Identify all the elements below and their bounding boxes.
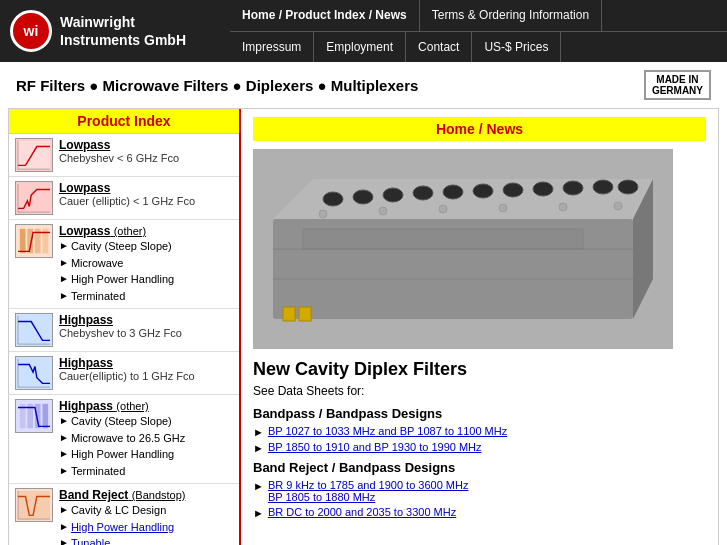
news-subtitle: See Data Sheets for: (253, 384, 706, 398)
svg-point-33 (413, 186, 433, 200)
highpass3-title[interactable]: Highpass (other) (59, 399, 233, 413)
svg-point-37 (533, 182, 553, 196)
sidebar-item-highpass3[interactable]: Highpass (other) ►Cavity (Steep Slope) ►… (9, 395, 239, 484)
nav-home-product-news[interactable]: Home / Product Index / News (230, 0, 420, 31)
lowpass1-subtitle: Chebyshev < 6 GHz Fco (59, 152, 233, 164)
nav-terms-ordering[interactable]: Terms & Ordering Information (420, 0, 602, 31)
lowpass2-subtitle: Cauer (elliptic) < 1 GHz Fco (59, 195, 233, 207)
svg-point-38 (563, 181, 583, 195)
sidebar-item-bandreject[interactable]: Band Reject (Bandstop) ►Cavity & LC Desi… (9, 484, 239, 545)
lowpass2-graph (15, 181, 53, 215)
svg-rect-49 (283, 307, 295, 321)
nav-row-top: Home / Product Index / News Terms & Orde… (230, 0, 727, 32)
highpass1-title[interactable]: Highpass (59, 313, 233, 327)
svg-rect-8 (20, 229, 26, 253)
svg-point-32 (383, 188, 403, 202)
logo-area: wi Wainwright Instruments GmbH (0, 0, 230, 62)
nav-impressum[interactable]: Impressum (230, 32, 314, 63)
tunable-link[interactable]: Tunable (71, 535, 110, 545)
svg-rect-51 (303, 229, 583, 249)
product-image (253, 149, 673, 349)
header: wi Wainwright Instruments GmbH Home / Pr… (0, 0, 727, 62)
svg-point-43 (439, 205, 447, 213)
nav-area: Home / Product Index / News Terms & Orde… (230, 0, 727, 62)
lowpass3-title[interactable]: Lowpass (other) (59, 224, 233, 238)
news-title: New Cavity Diplex Filters (253, 359, 706, 380)
br2-link[interactable]: BR DC to 2000 and 2035 to 3300 MHz (268, 506, 456, 518)
svg-point-31 (353, 190, 373, 204)
content-area: Home / News (241, 109, 718, 545)
lowpass3-subitems: ►Cavity (Steep Slope) ►Microwave ►High P… (59, 238, 233, 304)
sidebar-item-highpass2[interactable]: Highpass Cauer(elliptic) to 1 GHz Fco (9, 352, 239, 395)
lowpass3-graph (15, 224, 53, 258)
nav-row-bottom: Impressum Employment Contact US-$ Prices (230, 32, 727, 63)
highpass3-content: Highpass (other) ►Cavity (Steep Slope) ►… (59, 399, 233, 479)
svg-rect-15 (16, 357, 52, 389)
highpass2-subtitle: Cauer(elliptic) to 1 GHz Fco (59, 370, 233, 382)
highpass2-title[interactable]: Highpass (59, 356, 233, 370)
sidebar-item-highpass1[interactable]: Highpass Chebyshev to 3 GHz Fco (9, 309, 239, 352)
link-item-bp1: ► BP 1027 to 1033 MHz and BP 1087 to 110… (253, 425, 706, 438)
arrow-icon-2: ► (253, 442, 264, 454)
arrow-icon-4: ► (253, 507, 264, 519)
nav-contact[interactable]: Contact (406, 32, 472, 63)
bp2-link[interactable]: BP 1850 to 1910 and BP 1930 to 1990 MHz (268, 441, 482, 453)
lowpass1-content: Lowpass Chebyshev < 6 GHz Fco (59, 138, 233, 164)
svg-point-42 (379, 207, 387, 215)
bandreject-graph (15, 488, 53, 522)
svg-point-36 (503, 183, 523, 197)
sidebar-item-lowpass2[interactable]: Lowpass Cauer (elliptic) < 1 GHz Fco (9, 177, 239, 220)
lowpass2-title[interactable]: Lowpass (59, 181, 233, 195)
svg-point-34 (443, 185, 463, 199)
sidebar-item-lowpass1[interactable]: Lowpass Chebyshev < 6 GHz Fco (9, 134, 239, 177)
logo-initials: wi (24, 23, 39, 39)
section1-title: Bandpass / Bandpass Designs (253, 406, 706, 421)
tagline-text: RF Filters ● Microwave Filters ● Diplexe… (16, 77, 418, 94)
svg-point-46 (614, 202, 622, 210)
highpass1-graph (15, 313, 53, 347)
tagline-bar: RF Filters ● Microwave Filters ● Diplexe… (0, 62, 727, 108)
bandreject-subitems: ►Cavity & LC Design ►High Power Handling… (59, 502, 233, 545)
highpass3-graph (15, 399, 53, 433)
made-in-germany-badge: MADE INGERMANY (644, 70, 711, 100)
svg-point-30 (323, 192, 343, 206)
logo-icon: wi (10, 10, 52, 52)
main-container: Product Index Lowpass Chebyshev < 6 GHz … (8, 108, 719, 545)
lowpass1-graph (15, 138, 53, 172)
svg-rect-4 (16, 182, 52, 214)
sidebar-item-lowpass3[interactable]: Lowpass (other) ►Cavity (Steep Slope) ►M… (9, 220, 239, 309)
arrow-icon-3: ► (253, 480, 264, 492)
svg-rect-22 (42, 404, 48, 428)
link-item-bp2: ► BP 1850 to 1910 and BP 1930 to 1990 MH… (253, 441, 706, 454)
highpass1-content: Highpass Chebyshev to 3 GHz Fco (59, 313, 233, 339)
bp1-link[interactable]: BP 1027 to 1033 MHz and BP 1087 to 1100 … (268, 425, 507, 437)
svg-point-39 (593, 180, 613, 194)
highpass2-graph (15, 356, 53, 390)
content-header: Home / News (253, 117, 706, 141)
company-name: Wainwright Instruments GmbH (60, 13, 186, 49)
bandreject-content: Band Reject (Bandstop) ►Cavity & LC Desi… (59, 488, 233, 545)
lowpass1-title[interactable]: Lowpass (59, 138, 233, 152)
svg-rect-50 (299, 307, 311, 321)
svg-point-40 (618, 180, 638, 194)
svg-point-44 (499, 204, 507, 212)
highpass1-subtitle: Chebyshev to 3 GHz Fco (59, 327, 233, 339)
link-item-br2: ► BR DC to 2000 and 2035 to 3300 MHz (253, 506, 706, 519)
nav-employment[interactable]: Employment (314, 32, 406, 63)
svg-rect-12 (16, 314, 52, 346)
high-power-link[interactable]: High Power Handling (71, 519, 174, 536)
nav-prices[interactable]: US-$ Prices (472, 32, 561, 63)
lowpass3-content: Lowpass (other) ►Cavity (Steep Slope) ►M… (59, 224, 233, 304)
svg-rect-24 (18, 491, 50, 519)
svg-point-35 (473, 184, 493, 198)
highpass2-content: Highpass Cauer(elliptic) to 1 GHz Fco (59, 356, 233, 382)
lowpass2-content: Lowpass Cauer (elliptic) < 1 GHz Fco (59, 181, 233, 207)
section2-title: Band Reject / Bandpass Designs (253, 460, 706, 475)
highpass3-subitems: ►Cavity (Steep Slope) ►Microwave to 26.5… (59, 413, 233, 479)
arrow-icon-1: ► (253, 426, 264, 438)
link-item-br1: ► BR 9 kHz to 1785 and 1900 to 3600 MHzB… (253, 479, 706, 503)
sidebar: Product Index Lowpass Chebyshev < 6 GHz … (9, 109, 241, 545)
sidebar-header: Product Index (9, 109, 239, 134)
br1-link[interactable]: BR 9 kHz to 1785 and 1900 to 3600 MHzBP … (268, 479, 469, 503)
bandreject-title[interactable]: Band Reject (Bandstop) (59, 488, 233, 502)
